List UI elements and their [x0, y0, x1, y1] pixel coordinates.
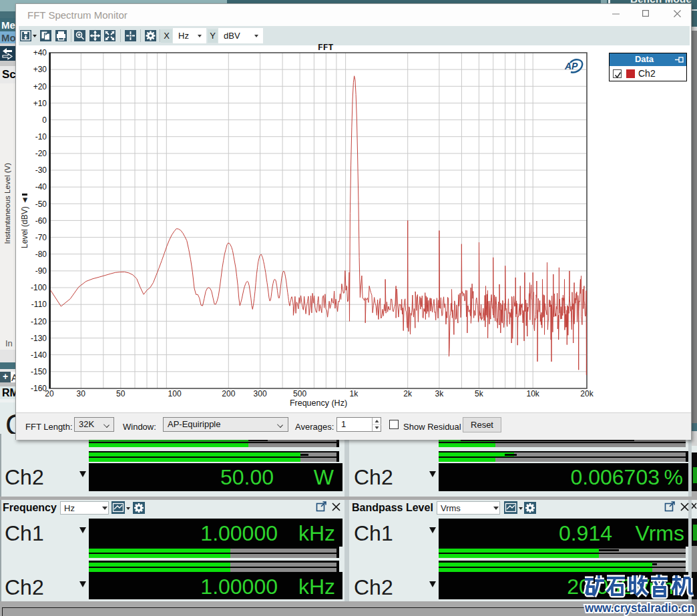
svg-text:+10: +10	[33, 99, 47, 108]
svg-text:AP: AP	[564, 61, 578, 71]
svg-text:-70: -70	[35, 233, 47, 242]
svg-text:50: 50	[116, 389, 126, 398]
svg-text:FFT: FFT	[318, 43, 334, 53]
svg-text:+20: +20	[33, 82, 47, 91]
svg-text:100: 100	[168, 389, 182, 398]
svg-text:+40: +40	[33, 48, 47, 57]
svg-text:3k: 3k	[435, 389, 445, 398]
svg-text:-140: -140	[31, 350, 47, 360]
svg-text:2k: 2k	[403, 389, 413, 398]
svg-text:-10: -10	[35, 132, 47, 141]
svg-text:-100: -100	[31, 283, 47, 292]
svg-text:1k: 1k	[350, 389, 359, 398]
svg-text:-110: -110	[31, 300, 47, 309]
svg-text:-50: -50	[35, 200, 47, 209]
svg-text:5k: 5k	[475, 389, 484, 398]
svg-text:Level (dBV) ◄: Level (dBV) ◄	[20, 196, 29, 248]
svg-text:10k: 10k	[527, 389, 540, 398]
svg-text:30: 30	[77, 389, 86, 398]
svg-text:-90: -90	[35, 266, 47, 276]
svg-text:-120: -120	[31, 317, 47, 326]
svg-text:500: 500	[293, 389, 306, 398]
svg-text:+30: +30	[33, 65, 47, 74]
svg-text:Frequency (Hz): Frequency (Hz)	[290, 398, 347, 408]
svg-text:-20: -20	[35, 149, 47, 158]
svg-text:www.crystalradio.cn: www.crystalradio.cn	[584, 601, 694, 615]
svg-text:0: 0	[42, 115, 47, 125]
svg-text:-80: -80	[35, 250, 47, 259]
svg-text:300: 300	[254, 389, 267, 398]
svg-text:-150: -150	[31, 367, 47, 376]
svg-text:-30: -30	[35, 166, 47, 175]
svg-text:-60: -60	[35, 216, 47, 226]
svg-text:-130: -130	[31, 334, 47, 343]
svg-text:-40: -40	[35, 182, 47, 192]
svg-text:20: 20	[45, 389, 54, 398]
svg-text:200: 200	[222, 389, 235, 398]
svg-text:20k: 20k	[580, 389, 594, 398]
